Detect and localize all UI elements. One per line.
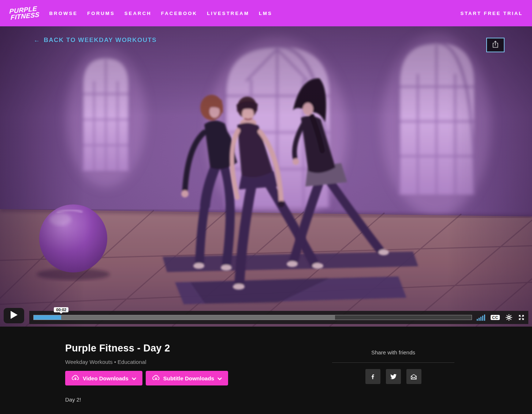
email-icon — [410, 373, 417, 380]
video-scene — [0, 26, 532, 327]
gear-icon — [505, 314, 513, 321]
volume-bars-icon[interactable] — [477, 315, 485, 321]
share-email-button[interactable] — [406, 369, 421, 384]
download-buttons-row: Video Downloads Subtitle Downloads — [65, 371, 228, 385]
seek-bar[interactable]: 00:02 — [33, 315, 472, 320]
share-heading: Share with friends — [332, 349, 454, 355]
share-divider — [332, 362, 454, 363]
nav-item-forums[interactable]: FORUMS — [87, 11, 115, 16]
video-meta: Weekday Workouts • Educational — [65, 359, 146, 365]
twitter-icon — [390, 374, 397, 380]
video-info-section: Purple Fitness - Day 2 Weekday Workouts … — [0, 327, 532, 414]
nav-item-livestream[interactable]: LIVESTREAM — [207, 11, 249, 16]
nav-item-browse[interactable]: BROWSE — [49, 11, 78, 16]
share-video-button[interactable] — [486, 38, 505, 52]
play-button[interactable] — [4, 308, 24, 323]
back-link-label: BACK TO WEEKDAY WORKOUTS — [44, 37, 157, 44]
video-downloads-label: Video Downloads — [83, 375, 129, 381]
share-twitter-button[interactable] — [386, 369, 401, 384]
cloud-download-icon — [71, 374, 79, 382]
fullscreen-button[interactable] — [518, 314, 525, 321]
back-arrow-icon: ← — [34, 37, 41, 44]
share-with-friends-section: Share with friends — [332, 349, 454, 384]
chevron-down-icon — [132, 375, 136, 381]
current-time: 00:02 — [56, 308, 66, 312]
progress-fill — [34, 315, 61, 320]
nav-item-lms[interactable]: LMS — [259, 11, 272, 16]
facebook-icon — [369, 373, 376, 380]
play-icon — [11, 311, 18, 320]
share-icon — [492, 40, 499, 50]
cloud-download-icon — [152, 374, 160, 382]
buffered-fill — [34, 315, 335, 320]
video-player[interactable]: ← BACK TO WEEKDAY WORKOUTS 00:02 CC — [0, 26, 532, 327]
player-right-controls: CC — [477, 314, 525, 321]
back-to-weekday-workouts-link[interactable]: ← BACK TO WEEKDAY WORKOUTS — [34, 37, 157, 44]
nav-item-search[interactable]: SEARCH — [124, 11, 152, 16]
fullscreen-icon — [518, 314, 525, 321]
closed-captions-button[interactable]: CC — [491, 315, 500, 320]
player-controls-bar: 00:02 CC — [29, 311, 528, 324]
video-downloads-button[interactable]: Video Downloads — [65, 371, 142, 385]
chevron-down-icon — [217, 375, 222, 381]
share-facebook-button[interactable] — [365, 369, 380, 384]
video-description: Day 2! — [65, 396, 81, 403]
top-nav: PURPLE FITNESS BROWSE FORUMS SEARCH FACE… — [0, 0, 532, 26]
seek-tooltip: 00:02 — [54, 307, 68, 312]
logo[interactable]: PURPLE FITNESS — [9, 5, 40, 21]
settings-button[interactable] — [505, 314, 513, 321]
nav-item-facebook[interactable]: FACEBOOK — [161, 11, 197, 16]
video-title: Purple Fitness - Day 2 — [65, 343, 170, 354]
start-free-trial-button[interactable]: START FREE TRIAL — [460, 11, 523, 16]
subtitle-downloads-button[interactable]: Subtitle Downloads — [146, 371, 228, 385]
subtitle-downloads-label: Subtitle Downloads — [163, 375, 214, 381]
nav-menu: BROWSE FORUMS SEARCH FACEBOOK LIVESTREAM… — [49, 11, 272, 16]
social-buttons-row — [332, 369, 454, 384]
